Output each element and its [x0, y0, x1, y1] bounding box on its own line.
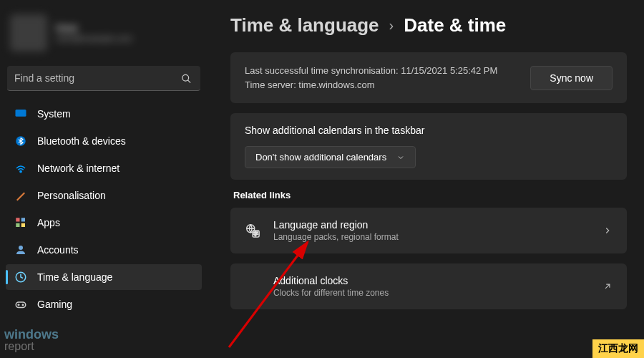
svg-point-0 [182, 74, 189, 81]
sidebar-item-system[interactable]: System [6, 101, 202, 127]
svg-rect-8 [21, 223, 25, 227]
gaming-icon [14, 298, 27, 311]
sidebar-item-label: Bluetooth & devices [37, 135, 126, 147]
page-title: Date & time [404, 14, 506, 37]
sidebar-item-label: Apps [37, 217, 60, 228]
svg-rect-5 [16, 218, 19, 221]
sync-now-button[interactable]: Sync now [530, 66, 613, 90]
link-title: Language and region [273, 219, 590, 231]
language-region-icon: 字 [245, 223, 260, 238]
chevron-right-icon: › [389, 17, 394, 34]
sidebar-item-apps[interactable]: Apps [6, 210, 202, 236]
sidebar: User user@example.com System Bluetooth [0, 0, 208, 358]
related-links-heading: Related links [233, 190, 627, 200]
open-external-icon [602, 281, 613, 291]
sidebar-item-label: Accounts [37, 244, 79, 256]
sidebar-item-personalisation[interactable]: Personalisation [6, 183, 202, 208]
additional-calendars-title: Show additional calendars in the taskbar [245, 125, 613, 136]
breadcrumb-parent[interactable]: Time & language [230, 14, 379, 37]
corner-watermark: 江西龙网 [592, 339, 644, 358]
sidebar-item-bluetooth[interactable]: Bluetooth & devices [6, 128, 202, 154]
additional-calendars-dropdown[interactable]: Don't show additional calendars [245, 146, 416, 168]
sync-server: Time server: time.windows.com [245, 78, 497, 92]
link-subtitle: Language packs, regional format [273, 232, 590, 242]
chevron-right-icon [602, 226, 613, 236]
search-icon [181, 73, 192, 84]
sidebar-item-label: System [37, 108, 71, 120]
additional-calendars-card: Show additional calendars in the taskbar… [230, 113, 627, 180]
sync-last: Last successful time synchronisation: 11… [245, 64, 497, 78]
svg-rect-11 [16, 302, 26, 308]
sidebar-item-accounts[interactable]: Accounts [6, 237, 202, 263]
chevron-down-icon [396, 153, 405, 162]
system-icon [14, 107, 27, 120]
user-name: User [56, 22, 132, 34]
nav: System Bluetooth & devices Network & int… [3, 101, 205, 317]
svg-point-4 [20, 170, 21, 172]
apps-icon [14, 216, 27, 229]
sidebar-item-label: Network & internet [37, 163, 119, 174]
user-profile[interactable]: User user@example.com [3, 9, 205, 62]
sidebar-item-label: Personalisation [37, 190, 106, 201]
svg-text:字: 字 [253, 231, 258, 237]
additional-clocks-icon [245, 279, 260, 294]
sync-card: Last successful time synchronisation: 11… [230, 52, 627, 103]
dropdown-value: Don't show additional calendars [255, 152, 386, 163]
main-content: Time & language › Date & time Last succe… [208, 0, 644, 358]
svg-rect-7 [16, 223, 19, 227]
sidebar-item-label: Time & language [37, 271, 112, 283]
svg-line-1 [187, 79, 190, 82]
sidebar-item-network[interactable]: Network & internet [6, 155, 202, 181]
brush-icon [14, 189, 27, 202]
svg-point-9 [19, 246, 23, 250]
link-additional-clocks[interactable]: Additional clocks Clocks for different t… [230, 263, 627, 309]
sidebar-item-gaming[interactable]: Gaming [6, 291, 202, 317]
search-input[interactable] [7, 66, 200, 91]
link-title: Additional clocks [273, 275, 590, 286]
link-subtitle: Clocks for different time zones [273, 288, 590, 298]
sidebar-item-time-language[interactable]: Time & language [6, 264, 202, 290]
person-icon [14, 243, 27, 256]
wifi-icon [14, 162, 27, 175]
sync-info: Last successful time synchronisation: 11… [245, 64, 497, 92]
svg-point-12 [22, 304, 24, 306]
svg-rect-2 [16, 110, 26, 117]
search-container [7, 66, 200, 91]
link-language-region[interactable]: 字 Language and region Language packs, re… [230, 208, 627, 253]
sidebar-item-label: Gaming [37, 299, 72, 310]
clock-globe-icon [14, 271, 27, 284]
bluetooth-icon [14, 135, 27, 147]
avatar [10, 14, 47, 52]
user-email: user@example.com [56, 34, 132, 44]
breadcrumb: Time & language › Date & time [230, 14, 627, 37]
svg-rect-6 [21, 218, 25, 221]
